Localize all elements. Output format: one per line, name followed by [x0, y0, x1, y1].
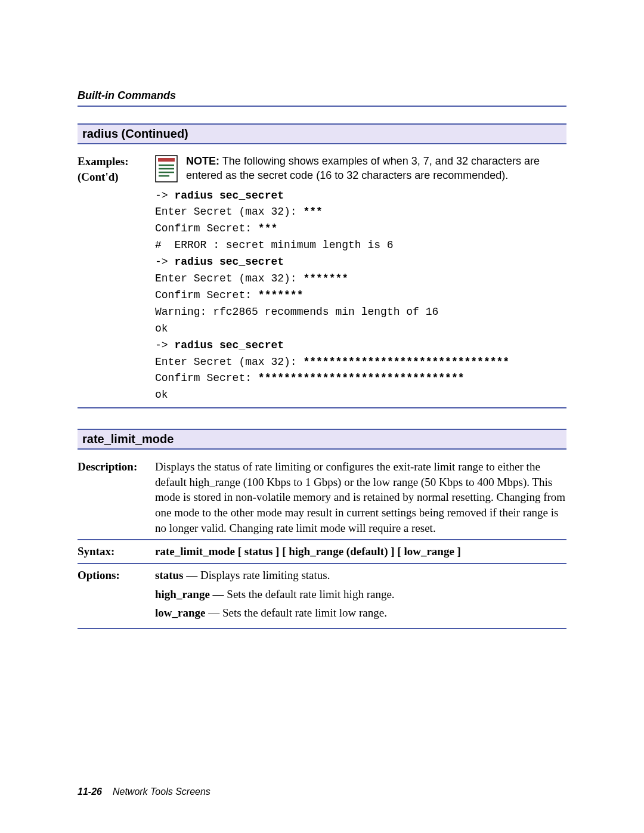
code-block: -> radius sec_secret Enter Secret (max 3…	[155, 188, 566, 404]
note-block: NOTE: The following shows examples of wh…	[155, 154, 566, 183]
code-l05a: ->	[155, 256, 174, 268]
description-label: Description:	[78, 459, 155, 535]
running-head: Built-in Commands	[78, 89, 566, 102]
page-footer: 11-26Network Tools Screens	[78, 786, 210, 797]
code-l02b: ***	[303, 206, 322, 218]
option-text-0: — Displays rate limiting status.	[184, 569, 330, 581]
page: Built-in Commands radius (Continued) Exa…	[0, 0, 644, 833]
note-body: The following shows examples of when 3, …	[186, 155, 540, 181]
code-l06a: Enter Secret (max 32):	[155, 272, 303, 284]
header-rule	[78, 106, 566, 107]
label-line2: (Cont'd)	[78, 171, 119, 183]
option-key-2: low_range	[155, 606, 205, 619]
code-l12b: ********************************	[258, 372, 465, 384]
syntax-row: Syntax: rate_limit_mode [ status ] [ hig…	[78, 540, 566, 563]
svg-rect-1	[158, 158, 175, 162]
code-l07b: *******	[258, 289, 304, 301]
code-l08: Warning: rfc2865 recommends min length o…	[155, 306, 438, 318]
options-label: Options:	[78, 568, 155, 624]
label-line1: Examples:	[78, 155, 129, 168]
code-l10a: ->	[155, 339, 174, 351]
options-rule	[78, 628, 566, 629]
option-line-1: high_range — Sets the default rate limit…	[155, 587, 566, 602]
syntax-body: rate_limit_mode [ status ] [ high_range …	[155, 544, 566, 559]
option-line-0: status — Displays rate limiting status.	[155, 568, 566, 583]
options-row: Options: status — Displays rate limiting…	[78, 564, 566, 628]
note-prefix: NOTE:	[186, 155, 219, 167]
code-l01a: ->	[155, 190, 174, 202]
code-l12a: Confirm Secret:	[155, 372, 258, 384]
code-l09: ok	[155, 323, 168, 335]
description-body: Displays the status of rate limiting or …	[155, 459, 566, 535]
option-key-0: status	[155, 569, 184, 581]
examples-row: Examples: (Cont'd) NOTE: The following s…	[78, 150, 566, 407]
code-l11b: ********************************	[303, 356, 509, 368]
code-l03b: ***	[258, 222, 277, 234]
examples-label: Examples: (Cont'd)	[78, 154, 155, 404]
description-row: Description: Displays the status of rate…	[78, 456, 566, 539]
option-line-2: low_range — Sets the default rate limit …	[155, 605, 566, 621]
section-title-rate-limit: rate_limit_mode	[78, 429, 566, 450]
code-l13: ok	[155, 389, 168, 401]
code-l03a: Confirm Secret:	[155, 222, 258, 234]
note-icon	[155, 155, 178, 182]
footer-title: Network Tools Screens	[113, 786, 210, 797]
section-title-radius: radius (Continued)	[78, 123, 566, 144]
code-l05b: radius sec_secret	[174, 256, 284, 268]
options-body: status — Displays rate limiting status. …	[155, 568, 566, 624]
code-l02a: Enter Secret (max 32):	[155, 206, 303, 218]
option-key-1: high_range	[155, 588, 210, 600]
spacer	[78, 408, 566, 429]
code-l07a: Confirm Secret:	[155, 289, 258, 301]
syntax-label: Syntax:	[78, 544, 155, 559]
note-text: NOTE: The following shows examples of wh…	[186, 154, 566, 183]
code-l10b: radius sec_secret	[174, 339, 284, 351]
option-text-2: — Sets the default rate limit low range.	[205, 606, 386, 619]
code-l11a: Enter Secret (max 32):	[155, 356, 303, 368]
code-l01b: radius sec_secret	[174, 190, 284, 202]
code-l04: # ERROR : secret minimum length is 6	[155, 239, 394, 251]
option-text-1: — Sets the default rate limit high range…	[210, 588, 395, 600]
page-number: 11-26	[78, 786, 102, 797]
examples-body: NOTE: The following shows examples of wh…	[155, 154, 566, 404]
code-l06b: *******	[303, 272, 348, 284]
